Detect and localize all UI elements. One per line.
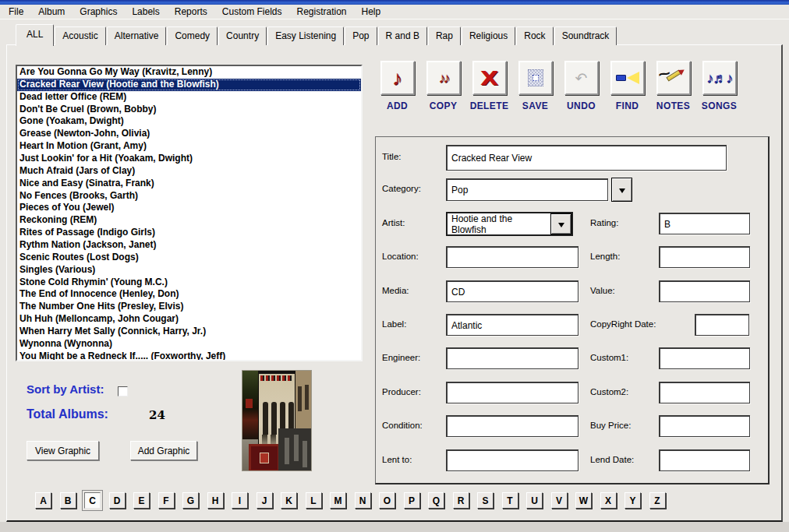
sort-by-artist-checkbox[interactable]	[118, 386, 128, 396]
album-list-item[interactable]: Heart In Motion (Grant, Amy)	[17, 140, 361, 153]
custom2-input[interactable]	[659, 382, 750, 403]
tab-religious[interactable]: Religious	[462, 26, 515, 45]
album-list-item[interactable]: Wynonna (Wynonna)	[17, 338, 361, 351]
alpha-button-u[interactable]: U	[526, 492, 543, 509]
find-button[interactable]	[610, 61, 645, 95]
tab-acoustic[interactable]: Acoustic	[55, 26, 105, 45]
condition-input[interactable]	[446, 415, 578, 437]
label-input[interactable]	[446, 314, 578, 336]
menu-item-album[interactable]: Album	[33, 5, 70, 19]
engineer-input[interactable]	[446, 347, 578, 369]
tab-comedy[interactable]: Comedy	[167, 26, 218, 45]
album-list-item[interactable]: The End of Innocence (Henley, Don)	[17, 288, 361, 301]
artist-combo-value[interactable]: Hootie and the Blowfish	[448, 213, 550, 234]
alpha-button-h[interactable]: H	[207, 492, 224, 509]
album-list-item[interactable]: Stone Cold Rhymin' (Young M.C.)	[17, 277, 361, 289]
menu-item-graphics[interactable]: Graphics	[74, 5, 122, 19]
producer-input[interactable]	[446, 382, 578, 403]
add-graphic-button[interactable]: Add Graphic	[130, 441, 197, 460]
notes-button[interactable]: ~	[656, 61, 691, 95]
menu-item-labels[interactable]: Labels	[126, 5, 165, 19]
tab-rock[interactable]: Rock	[516, 26, 553, 45]
album-list-item[interactable]: Much Afraid (Jars of Clay)	[17, 165, 361, 178]
menu-item-custom-fields[interactable]: Custom Fields	[217, 5, 288, 19]
alpha-button-s[interactable]: S	[477, 492, 494, 509]
album-list-item[interactable]: Uh Huh (Melloncamp, John Cougar)	[17, 313, 361, 326]
alpha-button-b[interactable]: B	[60, 492, 76, 509]
lend-date-input[interactable]	[659, 449, 750, 471]
alpha-button-q[interactable]: Q	[428, 492, 444, 509]
location-input[interactable]	[446, 246, 578, 268]
album-list-item[interactable]: Grease (Newton-John, Olivia)	[17, 128, 361, 140]
album-list-item[interactable]: Cracked Rear View (Hootie and the Blowfi…	[17, 79, 361, 91]
alpha-button-m[interactable]: M	[330, 492, 346, 509]
menu-item-reports[interactable]: Reports	[169, 5, 213, 19]
songs-button[interactable]: ♪♬♪	[702, 61, 737, 95]
artist-combo[interactable]: Hootie and the Blowfish	[446, 212, 573, 236]
media-input[interactable]	[446, 280, 578, 302]
title-input[interactable]	[446, 145, 727, 171]
album-list-item[interactable]: The Number One Hits (Presley, Elvis)	[17, 301, 361, 313]
album-list-item[interactable]: Just Lookin' for a Hit (Yoakam, Dwight)	[17, 153, 361, 165]
copy-button[interactable]: ♪♪	[426, 61, 461, 95]
tab-all[interactable]: ALL	[16, 24, 54, 46]
menu-item-file[interactable]: File	[3, 5, 29, 19]
tab-easy-listening[interactable]: Easy Listening	[267, 26, 344, 45]
alpha-button-y[interactable]: Y	[624, 492, 641, 509]
alpha-button-i[interactable]: I	[232, 492, 248, 509]
alpha-button-o[interactable]: O	[379, 492, 395, 509]
album-list-item[interactable]: Dead letter Office (REM)	[17, 91, 361, 104]
alpha-button-t[interactable]: T	[502, 492, 518, 509]
alpha-button-r[interactable]: R	[453, 492, 469, 509]
buy-price-input[interactable]	[659, 415, 750, 437]
category-combo-value[interactable]: Pop	[446, 178, 608, 201]
album-list-item[interactable]: Gone (Yoakam, Dwight)	[17, 115, 361, 128]
album-list-item[interactable]: Don't Be Cruel (Brown, Bobby)	[17, 104, 361, 116]
alpha-button-l[interactable]: L	[306, 492, 322, 509]
alpha-button-z[interactable]: Z	[649, 492, 666, 509]
custom1-input[interactable]	[659, 347, 750, 369]
alpha-button-d[interactable]: D	[109, 492, 126, 509]
alpha-button-p[interactable]: P	[404, 492, 420, 509]
tab-country[interactable]: Country	[218, 26, 267, 45]
album-list-item[interactable]: You Might be a Redneck If..... (Foxworth…	[17, 351, 361, 361]
tab-alternative[interactable]: Alternative	[107, 26, 167, 45]
alpha-button-k[interactable]: K	[281, 492, 297, 509]
album-list-item[interactable]: Reckoning (REM)	[17, 214, 361, 227]
album-list-item[interactable]: Pieces of You (Jewel)	[17, 202, 361, 214]
alpha-button-g[interactable]: G	[182, 492, 199, 509]
tab-soundtrack[interactable]: Soundtrack	[554, 26, 617, 45]
artist-dropdown-button[interactable]	[550, 213, 571, 234]
undo-button[interactable]: ↶	[564, 61, 599, 95]
tab-rap[interactable]: Rap	[428, 26, 461, 45]
album-list-item[interactable]: When Harry Met Sally (Connick, Harry, Jr…	[17, 326, 361, 338]
album-listbox[interactable]: Are You Gonna Go My Way (Kravitz, Lenny)…	[16, 65, 363, 361]
category-dropdown-button[interactable]	[611, 178, 632, 202]
alpha-button-f[interactable]: F	[158, 492, 175, 509]
alpha-button-x[interactable]: X	[600, 492, 617, 509]
alpha-button-n[interactable]: N	[355, 492, 371, 509]
album-list-item[interactable]: Scenic Routes (Lost Dogs)	[17, 252, 361, 264]
add-button[interactable]: ♪	[380, 61, 415, 95]
value-input[interactable]	[659, 280, 750, 302]
album-list-item[interactable]: Rythm Nation (Jackson, Janet)	[17, 239, 361, 252]
alpha-button-e[interactable]: E	[133, 492, 150, 509]
view-graphic-button[interactable]: View Graphic	[27, 441, 99, 460]
save-button[interactable]	[518, 61, 553, 95]
copyright-date-input[interactable]	[695, 314, 749, 336]
alpha-button-a[interactable]: A	[35, 492, 51, 509]
tab-pop[interactable]: Pop	[345, 26, 377, 45]
menu-item-registration[interactable]: Registration	[291, 5, 352, 19]
album-list-item[interactable]: Singles (Various)	[17, 264, 361, 277]
tab-r-and-b[interactable]: R and B	[378, 26, 427, 45]
alpha-button-c[interactable]: C	[84, 492, 101, 509]
album-list-item[interactable]: Are You Gonna Go My Way (Kravitz, Lenny)	[17, 66, 361, 79]
length-input[interactable]	[659, 246, 750, 268]
delete-button[interactable]: X	[472, 61, 507, 95]
album-list-item[interactable]: Nice and Easy (Sinatra, Frank)	[17, 178, 361, 190]
alpha-button-j[interactable]: J	[257, 492, 273, 509]
album-list-item[interactable]: No Fences (Brooks, Garth)	[17, 190, 361, 203]
lent-to-input[interactable]	[446, 449, 578, 471]
rating-input[interactable]	[659, 213, 750, 234]
album-list-item[interactable]: Rites of Passage (Indigo Girls)	[17, 227, 361, 239]
